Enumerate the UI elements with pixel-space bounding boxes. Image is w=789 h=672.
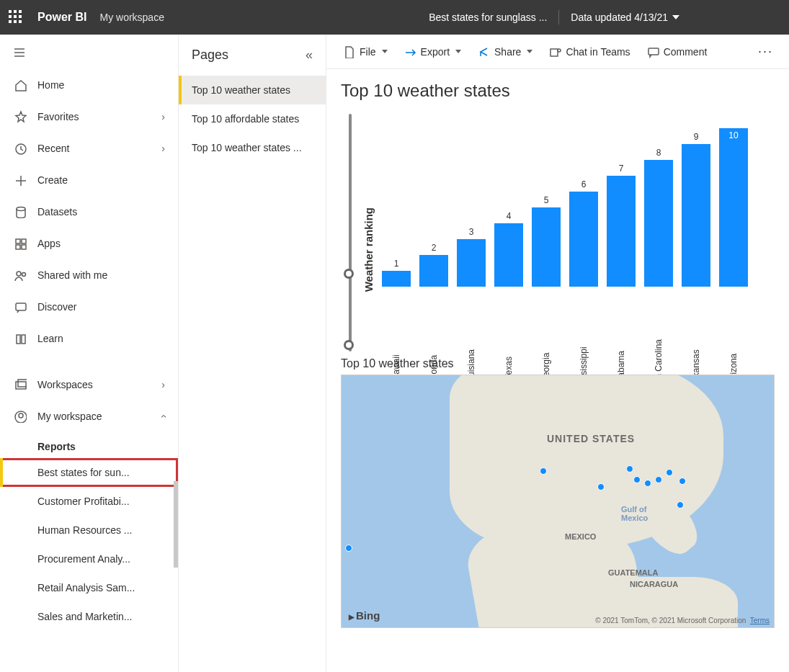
workspace-label[interactable]: My workspace	[99, 12, 164, 23]
nav-create[interactable]: Create	[0, 164, 178, 196]
bar-hawaii[interactable]: 1	[382, 259, 411, 287]
bar-arkansas[interactable]: 9	[682, 132, 710, 287]
left-nav: Home Favorites› Recent› Create Datasets …	[0, 35, 179, 672]
svg-point-12	[19, 413, 23, 418]
svg-rect-9	[16, 382, 26, 389]
discover-icon	[13, 300, 27, 314]
chevron-down-icon	[672, 15, 679, 19]
data-updated-label: Data updated 4/13/21	[571, 12, 668, 23]
report-item-procurement[interactable]: Procurement Analy...	[0, 545, 178, 573]
nav-learn[interactable]: Learn	[0, 323, 178, 354]
more-options-button[interactable]: ···	[752, 41, 779, 62]
chat-teams-button[interactable]: Chat in Teams	[543, 41, 636, 63]
map-dot[interactable]	[655, 476, 662, 483]
svg-rect-3	[22, 239, 26, 243]
hamburger-icon	[13, 45, 26, 58]
page-item-weather2[interactable]: Top 10 weather states ...	[179, 133, 326, 162]
apps-icon	[13, 236, 27, 251]
bar-georgia[interactable]: 5	[532, 195, 561, 287]
export-icon	[404, 45, 416, 58]
map-dot[interactable]	[626, 465, 633, 472]
report-item-retail[interactable]: Retail Analysis Sam...	[0, 573, 178, 602]
nav-home[interactable]: Home	[0, 69, 178, 101]
pages-panel: Pages « Top 10 weather states Top 10 aff…	[179, 35, 326, 672]
report-content: File Export Share Chat in Teams Comment …	[326, 35, 789, 672]
bar-florida[interactable]: 2	[419, 243, 448, 287]
nav-discover[interactable]: Discover	[0, 291, 178, 323]
nav-apps[interactable]: Apps	[0, 228, 178, 259]
nav-myworkspace[interactable]: My workspace›	[0, 400, 178, 432]
book-icon	[13, 331, 27, 346]
comment-button[interactable]: Comment	[641, 41, 713, 63]
header-divider	[558, 10, 559, 24]
y-axis-label: Weather ranking	[360, 107, 378, 335]
svg-rect-2	[16, 239, 20, 243]
share-icon	[477, 45, 490, 58]
star-icon	[13, 109, 27, 124]
map-terms-link[interactable]: Terms	[750, 617, 770, 624]
report-item-best-states[interactable]: Best states for sun...	[0, 458, 178, 487]
slicer-knob-lower[interactable]	[344, 340, 354, 350]
page-item-weather[interactable]: Top 10 weather states	[179, 76, 326, 104]
report-item-sales[interactable]: Sales and Marketin...	[0, 602, 178, 631]
map-dot[interactable]	[679, 478, 686, 485]
bing-logo: Bing	[349, 609, 380, 622]
map-dot[interactable]	[666, 469, 673, 476]
report-title-header[interactable]: Best states for sunglass ...	[429, 12, 547, 23]
map-dot[interactable]	[540, 467, 547, 475]
report-item-customer[interactable]: Customer Profitabi...	[0, 487, 178, 516]
bars-area: 12345678910	[378, 107, 775, 287]
map-dot[interactable]	[345, 545, 352, 552]
bar-louisiana[interactable]: 3	[457, 227, 486, 287]
svg-rect-5	[22, 245, 26, 249]
chevron-down-icon	[527, 50, 532, 53]
bar-arizona[interactable]: 10	[719, 116, 748, 287]
comment-icon	[646, 45, 659, 58]
map-visual[interactable]: UNITED STATES MEXICO Gulf of Mexico GUAT…	[341, 375, 775, 628]
svg-point-7	[22, 273, 26, 277]
svg-rect-15	[648, 48, 659, 55]
bar-south-carolina[interactable]: 8	[644, 148, 673, 287]
nav-collapse-button[interactable]	[0, 35, 178, 69]
workspaces-icon	[13, 377, 27, 392]
bar-chart[interactable]: Weather ranking 12345678910 HawaiiFlorid…	[341, 107, 775, 351]
collapse-pages-icon[interactable]: «	[306, 48, 313, 63]
svg-rect-13	[550, 49, 558, 56]
nav-shared[interactable]: Shared with me	[0, 259, 178, 291]
bar-alabama[interactable]: 7	[607, 163, 636, 287]
share-button[interactable]: Share	[471, 41, 538, 63]
teams-icon	[548, 45, 561, 58]
chevron-up-icon: ›	[158, 415, 169, 418]
nav-favorites[interactable]: Favorites›	[0, 101, 178, 133]
map-dot[interactable]	[633, 476, 641, 483]
nav-recent[interactable]: Recent›	[0, 133, 178, 164]
map-dot[interactable]	[597, 483, 605, 490]
chevron-down-icon	[455, 50, 461, 53]
svg-rect-8	[16, 303, 26, 310]
nav-scrollbar[interactable]	[174, 481, 178, 568]
app-launcher-icon[interactable]	[9, 10, 23, 24]
top-header: Power BI My workspace Best states for su…	[0, 0, 789, 35]
page-item-affordable[interactable]: Top 10 affordable states	[179, 104, 326, 133]
svg-rect-4	[16, 245, 20, 249]
bar-mississippi[interactable]: 6	[569, 179, 598, 287]
nav-datasets[interactable]: Datasets	[0, 196, 178, 228]
report-item-hr[interactable]: Human Resources ...	[0, 516, 178, 545]
svg-rect-10	[18, 380, 27, 387]
chevron-right-icon: ›	[161, 111, 165, 122]
user-circle-icon	[13, 409, 27, 424]
nav-workspaces[interactable]: Workspaces›	[0, 369, 178, 400]
chevron-down-icon	[382, 50, 388, 53]
map-label-mexico: MEXICO	[565, 532, 596, 541]
map-label-us: UNITED STATES	[547, 433, 635, 444]
map-dot[interactable]	[677, 501, 684, 509]
map-dot[interactable]	[644, 480, 651, 487]
data-updated-button[interactable]: Data updated 4/13/21	[571, 12, 679, 23]
slicer-control[interactable]	[341, 107, 360, 351]
database-icon	[13, 205, 27, 219]
bar-texas[interactable]: 4	[494, 211, 523, 287]
export-button[interactable]: Export	[398, 41, 467, 63]
slicer-knob-upper[interactable]	[344, 269, 354, 279]
svg-point-1	[17, 207, 25, 211]
file-button[interactable]: File	[336, 41, 393, 63]
